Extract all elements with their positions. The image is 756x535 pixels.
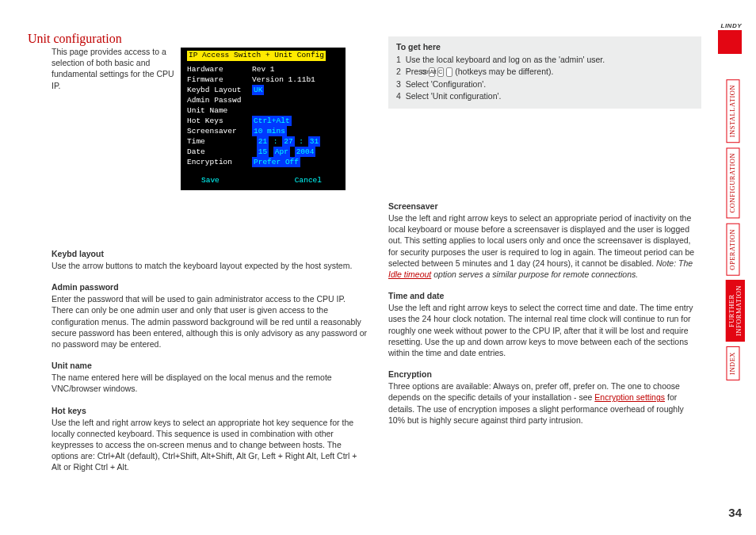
heading-screensaver: Screensaver	[388, 201, 701, 212]
enc-label: Encryption	[187, 157, 252, 167]
rail-tab-installation[interactable]: installation	[726, 79, 739, 143]
unitname-label: Unit Name	[187, 105, 252, 116]
tgh-step-4: 4 Select 'Unit configuration'.	[396, 90, 693, 101]
para-keybd-layout: Use the arrow buttons to match the keybo…	[52, 260, 368, 271]
page-title: Unit configuration	[28, 30, 122, 48]
screensaver-label: Screensaver	[187, 126, 252, 136]
time-label: Time	[187, 136, 252, 147]
fw-value: Version 1.11b1	[252, 75, 315, 84]
keybd-value[interactable]: UK	[252, 85, 264, 95]
enc-value[interactable]: Prefer Off	[252, 157, 300, 167]
time-h[interactable]: 21	[257, 136, 269, 147]
date-d[interactable]: 15	[257, 147, 269, 157]
intro-text: This page provides access to a selection…	[52, 46, 174, 91]
rail-tab-configuration[interactable]: configuration	[726, 147, 739, 218]
save-button[interactable]: Save	[201, 176, 220, 185]
date-y[interactable]: 2004	[295, 147, 316, 157]
tgh-step-2: 2 Press Ctrl Alt C (hotkeys may be diffe…	[396, 66, 693, 77]
hw-value: Rev 1	[252, 65, 275, 74]
para-unit-name: The name entered here will be displayed …	[52, 372, 368, 394]
link-idle-timeout[interactable]: Idle timeout	[388, 269, 431, 279]
rail-tab-further-information[interactable]: furtherinformation	[726, 280, 745, 342]
hotkeys-label: Hot Keys	[187, 116, 252, 126]
para-encryption: Three options are available: Always on, …	[388, 380, 701, 426]
heading-unit-name: Unit name	[52, 360, 368, 371]
page-number: 34	[728, 505, 742, 521]
heading-encryption: Encryption	[388, 369, 701, 380]
terminal-title: IP Access Switch + Unit Config	[187, 51, 326, 61]
link-encryption-settings[interactable]: Encryption settings	[594, 392, 665, 402]
heading-admin-password: Admin password	[52, 281, 368, 292]
heading-time-and-date: Time and date	[388, 290, 701, 301]
para-hot-keys: Use the left and right arrow keys to sel…	[52, 417, 368, 473]
heading-hot-keys: Hot keys	[52, 405, 368, 416]
para-time-and-date: Use the left and right arrow keys to sel…	[388, 302, 701, 358]
tgh-step-3: 3 Select 'Configuration'.	[396, 78, 693, 90]
rail-tab-index[interactable]: index	[726, 346, 739, 380]
fw-label: Firmware	[187, 75, 252, 85]
date-m[interactable]: Apr	[273, 147, 290, 157]
para-admin-password: Enter the password that will be used to …	[52, 293, 368, 350]
cancel-button[interactable]: Cancel	[295, 175, 322, 185]
heading-keybd-layout: Keybd layout	[52, 248, 368, 259]
screensaver-value[interactable]: 10 mins	[252, 126, 287, 136]
time-s[interactable]: 31	[308, 136, 320, 147]
brand-logo-icon	[718, 30, 742, 54]
to-get-here-heading: To get here	[396, 41, 693, 52]
hw-label: Hardware	[187, 64, 252, 75]
hotkeys-value[interactable]: Ctrl+Alt	[252, 116, 292, 126]
admin-label: Admin Passwd	[187, 95, 252, 105]
para-screensaver: Use the left and right arrow keys to sel…	[388, 212, 701, 280]
keybd-label: Keybd Layout	[187, 85, 252, 95]
tgh-step-1: 1 Use the local keyboard and log on as t…	[396, 54, 693, 65]
time-m[interactable]: 27	[282, 136, 294, 147]
to-get-here-box: To get here 1 Use the local keyboard and…	[388, 36, 701, 109]
date-label: Date	[187, 147, 252, 157]
rail-tab-operation[interactable]: operation	[726, 224, 739, 276]
terminal-panel: IP Access Switch + Unit Config HardwareR…	[181, 48, 346, 190]
